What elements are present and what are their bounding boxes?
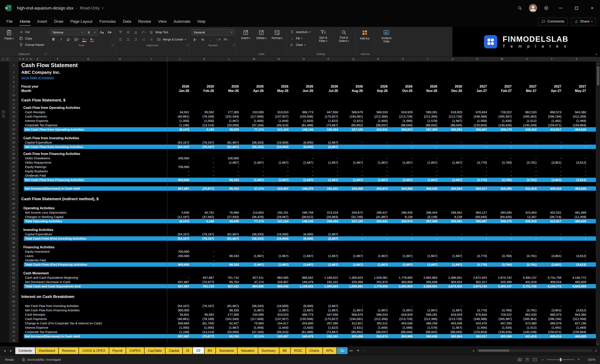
cell-J74[interactable]: 839,883	[167, 321, 192, 325]
cell-R42[interactable]: 252,874	[366, 186, 391, 191]
cell-O25[interactable]: 148,146	[291, 127, 316, 132]
cell-Q53[interactable]: -	[341, 232, 366, 236]
cell-P31[interactable]: (2,667)	[316, 145, 341, 149]
cell-T48[interactable]: 296,444	[415, 210, 440, 215]
cell-J57[interactable]: 700,000	[167, 249, 192, 254]
cell-V7[interactable]: Jan-27	[465, 89, 490, 93]
cell-S30[interactable]: -	[391, 140, 415, 145]
cell-P7[interactable]: Jul-26	[316, 89, 341, 93]
cell-L25[interactable]: 49,035	[217, 127, 242, 132]
cell-J64[interactable]: 837,687	[167, 280, 192, 284]
row-header-13[interactable]: 13	[9, 93, 19, 97]
cell-T53[interactable]: -	[415, 232, 440, 236]
cell-R74[interactable]: 352,511	[366, 321, 391, 325]
cell-W24[interactable]: (130,426)	[490, 123, 515, 127]
cell-R30[interactable]: -	[366, 140, 391, 145]
cell-P54[interactable]: (2,667)	[316, 236, 341, 241]
cell-U63[interactable]: 2,368,501	[440, 275, 465, 280]
column-header-K[interactable]: K	[192, 57, 217, 61]
cell-U31[interactable]: -	[440, 145, 465, 149]
cell-J7[interactable]: Jan-26	[167, 89, 192, 93]
cell-K42[interactable]: (75,977)	[192, 186, 217, 191]
cell-L35[interactable]: 100,000	[217, 156, 242, 160]
cell-V65[interactable]: 2,974,742	[465, 284, 490, 288]
cell-P6[interactable]: 2026	[316, 84, 341, 89]
column-header-Z[interactable]: Z	[564, 57, 589, 61]
cell-U36[interactable]: (1,667)	[440, 160, 465, 165]
row-header-2[interactable]: 2	[9, 69, 19, 75]
cell-O38[interactable]: -	[291, 169, 316, 173]
cell-X25[interactable]: 435,410	[515, 127, 539, 132]
cell-M30[interactable]: (38,333)	[242, 140, 266, 145]
cell-P65[interactable]: 1,300,623	[316, 284, 341, 288]
row-header-76[interactable]: 76	[9, 330, 19, 334]
cell-Q31[interactable]: -	[341, 145, 366, 149]
cell-R39[interactable]: -	[366, 173, 391, 178]
cell-V24[interactable]: (120,603)	[465, 123, 490, 127]
cell-X53[interactable]: -	[515, 232, 539, 236]
cell-W38[interactable]: -	[490, 169, 515, 173]
cell-Q30[interactable]: -	[341, 140, 366, 145]
cell-N35[interactable]: -	[266, 156, 291, 160]
scroll-up-icon[interactable]: ▴	[598, 61, 599, 65]
dialog-launcher-icon[interactable]: ↘	[185, 43, 188, 46]
cell-N74[interactable]: 154,417	[266, 321, 291, 325]
cell-Z24[interactable]: (159,894)	[564, 123, 589, 127]
font-size-select[interactable]: 8▾	[86, 29, 98, 35]
cell-J24[interactable]: (1,196)	[167, 123, 192, 127]
cell-Q49[interactable]: (32,748)	[341, 215, 366, 219]
cell-O40[interactable]: (1,667)	[291, 178, 316, 182]
cell-J63[interactable]: -	[167, 275, 192, 280]
column-header-D[interactable]: D	[29, 57, 33, 61]
cell-P64[interactable]: 192,101	[316, 280, 341, 284]
column-header-I[interactable]: I	[136, 57, 167, 61]
cell-V30[interactable]: -	[465, 140, 490, 145]
cell-M57[interactable]: -	[242, 249, 266, 254]
cell-Y73[interactable]: (296,194)	[539, 317, 564, 321]
cell-P70[interactable]: (2,667)	[316, 304, 341, 308]
cell-L76[interactable]: (25,059)	[217, 330, 242, 334]
row-header-43[interactable]: 43	[9, 191, 19, 193]
cell-P60[interactable]: (1,667)	[316, 262, 341, 267]
column-header-Q[interactable]: Q	[341, 57, 366, 61]
dialog-launcher-icon[interactable]: ↘	[111, 43, 114, 46]
wrap-text-button[interactable]: Wrap Text	[148, 29, 170, 35]
accounting-format-button[interactable]: $▾	[192, 36, 198, 43]
cell-K75[interactable]: (1,000)	[192, 325, 217, 330]
cell-Q64[interactable]: 225,458	[341, 280, 366, 284]
zoom-slider-thumb[interactable]	[560, 358, 561, 361]
cell-U7[interactable]: Dec-26	[440, 89, 465, 93]
cell-K40[interactable]: -	[192, 178, 217, 182]
cell-O75[interactable]: (1,633)	[291, 325, 316, 330]
cell-X70[interactable]: -	[515, 304, 539, 308]
cell-L19[interactable]: 177,305	[217, 110, 242, 114]
cell-X37[interactable]: -	[515, 165, 539, 169]
row-header-47[interactable]: 47	[9, 206, 19, 210]
cell-S35[interactable]: -	[391, 156, 415, 160]
cell-U37[interactable]: -	[440, 165, 465, 169]
row-header-73[interactable]: 73	[9, 317, 19, 321]
cell-X22[interactable]: (285,363)	[515, 114, 539, 118]
row-header-22[interactable]: 22	[9, 114, 19, 118]
cell-U22[interactable]: (213,726)	[440, 114, 465, 118]
cell-R59[interactable]: -	[366, 258, 391, 262]
cell-R64[interactable]: 252,874	[366, 280, 391, 284]
cell-J60[interactable]: 900,000	[167, 262, 192, 267]
cell-S65[interactable]: 2,082,863	[391, 284, 415, 288]
cell-R24[interactable]: (98,037)	[366, 123, 391, 127]
cell-S71[interactable]: (1,667)	[391, 308, 415, 312]
cell-W30[interactable]: -	[490, 140, 515, 145]
cell-W42[interactable]: 325,395	[490, 186, 515, 191]
row-header-69[interactable]: 69	[9, 299, 19, 304]
cell-M31[interactable]: (38,333)	[242, 145, 266, 149]
cell-V50[interactable]: 306,087	[465, 219, 490, 223]
align-center-button[interactable]	[125, 36, 131, 43]
cell-T60[interactable]: (1,667)	[415, 262, 440, 267]
cell-L6[interactable]: 2026	[217, 84, 242, 89]
cell-S37[interactable]: -	[391, 165, 415, 169]
network-globe-icon[interactable]	[540, 0, 553, 16]
column-header-E[interactable]: E	[33, 57, 43, 61]
cell-S22[interactable]: (213,726)	[391, 114, 415, 118]
cell-P42[interactable]: 192,101	[316, 186, 341, 191]
cell-V25[interactable]: 306,087	[465, 127, 490, 132]
